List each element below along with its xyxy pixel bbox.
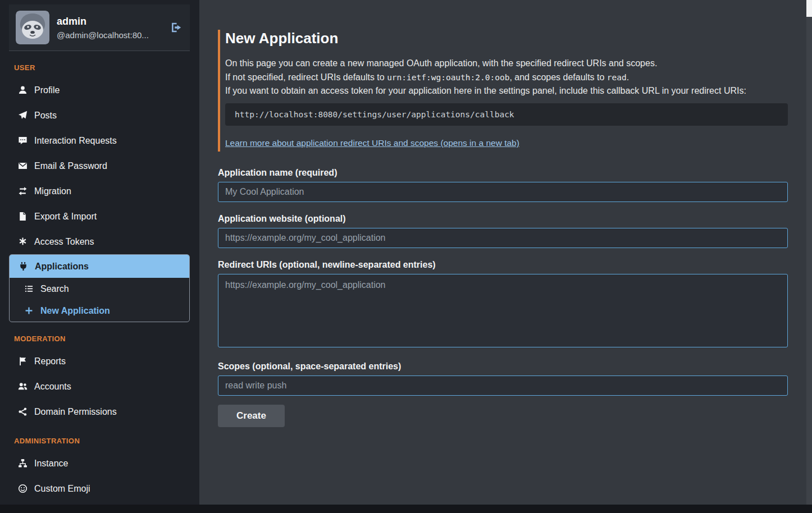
- sidebar-item-posts[interactable]: Posts: [9, 103, 190, 128]
- applications-group: Applications Search New Application: [9, 254, 190, 322]
- flag-icon: [16, 356, 29, 366]
- sidebar-item-export-import[interactable]: Export & Import: [9, 204, 190, 229]
- sidebar-item-label: Export & Import: [34, 210, 97, 222]
- exchange-arrows-icon: [16, 186, 29, 196]
- sign-out-icon[interactable]: [170, 21, 183, 34]
- sidebar-item-label: New Application: [40, 305, 110, 317]
- user-icon: [16, 85, 29, 95]
- sidebar-item-label: Interaction Requests: [34, 135, 117, 146]
- create-button[interactable]: Create: [218, 405, 285, 427]
- section-label-user: USER: [14, 63, 190, 72]
- user-card[interactable]: admin @admin@localhost:80...: [9, 4, 190, 51]
- share-nodes-icon: [16, 407, 29, 416]
- sidebar-item-label: Posts: [34, 109, 57, 121]
- sidebar-item-applications[interactable]: Applications: [10, 255, 189, 278]
- sidebar-item-email-password[interactable]: Email & Password: [9, 153, 190, 178]
- intro-line-3: If you want to obtain an access token fo…: [225, 84, 788, 98]
- default-scope-code: read: [607, 73, 627, 82]
- application-website-label: Application website (optional): [218, 214, 788, 224]
- scopes-label: Scopes (optional, space-separated entrie…: [218, 361, 788, 372]
- main-content: New Application On this page you can cre…: [199, 0, 812, 513]
- horizontal-scrollbar[interactable]: [0, 505, 812, 513]
- sidebar-item-label: Search: [40, 283, 69, 295]
- new-application-form: Application name (required) Application …: [218, 168, 788, 427]
- user-handle: @admin@localhost:80...: [57, 30, 162, 40]
- vertical-scrollbar-thumb[interactable]: [806, 0, 812, 17]
- intro-line-1: On this page you can create a new manage…: [225, 57, 788, 71]
- sidebar-item-applications-search[interactable]: Search: [10, 278, 189, 300]
- user-meta: admin @admin@localhost:80...: [57, 16, 162, 40]
- sidebar-item-label: Access Tokens: [34, 236, 94, 248]
- smiley-icon: [16, 484, 29, 493]
- sidebar-item-accounts[interactable]: Accounts: [9, 374, 190, 399]
- sidebar-item-custom-emoji[interactable]: Custom Emoji: [9, 476, 190, 501]
- sidebar-item-new-application[interactable]: New Application: [10, 300, 189, 322]
- application-name-label: Application name (required): [218, 168, 788, 178]
- section-label-moderation: MODERATION: [14, 335, 190, 343]
- sidebar-item-profile[interactable]: Profile: [9, 77, 190, 103]
- scopes-input[interactable]: [218, 375, 788, 396]
- page-title: New Application: [225, 30, 788, 47]
- sidebar-item-label: Reports: [34, 355, 66, 367]
- envelope-icon: [16, 161, 29, 171]
- sidebar-item-label: Email & Password: [34, 160, 107, 172]
- redirect-uris-field: Redirect URIs (optional, newline-separat…: [218, 260, 788, 350]
- sidebar-item-label: Migration: [34, 185, 71, 197]
- plug-icon: [17, 262, 29, 271]
- learn-more-link[interactable]: Learn more about application redirect UR…: [225, 138, 519, 148]
- intro-block: New Application On this page you can cre…: [218, 30, 788, 152]
- asterisk-icon: [16, 237, 29, 246]
- sidebar-item-label: Accounts: [34, 381, 71, 392]
- comment-dots-icon: [16, 136, 29, 145]
- scopes-field: Scopes (optional, space-separated entrie…: [218, 361, 788, 396]
- sidebar-item-instance[interactable]: Instance: [9, 451, 190, 476]
- sidebar-item-label: Custom Emoji: [34, 483, 90, 494]
- default-redirect-uri-code: urn:ietf:wg:oauth:2.0:oob: [387, 73, 509, 82]
- sidebar: admin @admin@localhost:80... USER Profil…: [0, 0, 199, 513]
- sidebar-item-reports[interactable]: Reports: [9, 349, 190, 374]
- vertical-scrollbar[interactable]: [806, 0, 812, 505]
- user-name: admin: [57, 16, 162, 28]
- sidebar-item-label: Applications: [35, 260, 89, 272]
- sidebar-item-label: Domain Permissions: [34, 406, 117, 418]
- app-root: admin @admin@localhost:80... USER Profil…: [0, 0, 812, 513]
- sidebar-item-interaction-requests[interactable]: Interaction Requests: [9, 128, 190, 153]
- paper-plane-icon: [16, 111, 29, 120]
- users-icon: [16, 382, 29, 391]
- plus-icon: [22, 306, 35, 315]
- redirect-uris-textarea[interactable]: [218, 274, 788, 347]
- redirect-uris-label: Redirect URIs (optional, newline-separat…: [218, 260, 788, 270]
- file-export-icon: [16, 212, 29, 221]
- application-name-field: Application name (required): [218, 168, 788, 202]
- callback-url-code: http://localhost:8080/settings/user/appl…: [225, 103, 788, 126]
- list-icon: [22, 284, 35, 294]
- sidebar-item-label: Profile: [34, 84, 60, 96]
- section-label-administration: ADMINISTRATION: [14, 437, 190, 445]
- sidebar-item-access-tokens[interactable]: Access Tokens: [9, 229, 190, 254]
- sidebar-item-domain-permissions[interactable]: Domain Permissions: [9, 399, 190, 424]
- application-name-input[interactable]: [218, 182, 788, 202]
- sitemap-icon: [16, 459, 29, 468]
- application-website-input[interactable]: [218, 228, 788, 248]
- sloth-avatar: [16, 11, 49, 44]
- sidebar-item-label: Instance: [34, 457, 68, 469]
- intro-line-2: If not specified, redirect URIs defaults…: [225, 71, 788, 85]
- sidebar-item-migration[interactable]: Migration: [9, 178, 190, 204]
- application-website-field: Application website (optional): [218, 214, 788, 248]
